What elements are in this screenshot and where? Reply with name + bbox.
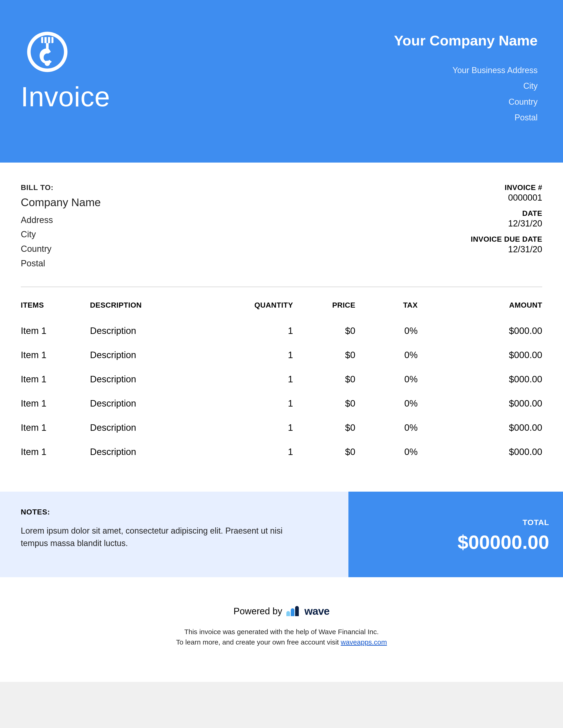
cell-price: $0 <box>293 447 355 457</box>
cell-description: Description <box>90 447 219 457</box>
table-row: Item 1Description1$00%$000.00 <box>21 416 542 440</box>
wave-logo-icon <box>287 606 300 616</box>
col-amount: AMOUNT <box>418 301 542 309</box>
cell-tax: 0% <box>355 350 418 360</box>
col-price: PRICE <box>293 301 355 309</box>
table-row: Item 1Description1$00%$000.00 <box>21 391 542 416</box>
cell-amount: $000.00 <box>418 350 542 360</box>
col-items: ITEMS <box>21 301 90 309</box>
cell-item: Item 1 <box>21 447 90 457</box>
notes-block: NOTES: Lorem ipsum dolor sit amet, conse… <box>0 492 349 577</box>
bill-to-postal: Postal <box>21 256 101 271</box>
cell-quantity: 1 <box>219 422 293 433</box>
footer-line-2-pre: To learn more, and create your own free … <box>176 638 341 646</box>
invoice-date-label: DATE <box>471 209 542 218</box>
bill-to-city: City <box>21 227 101 242</box>
cell-tax: 0% <box>355 398 418 409</box>
col-quantity: QUANTITY <box>219 301 293 309</box>
invoice-header: Invoice Your Company Name Your Business … <box>0 0 563 163</box>
bill-to-country: Country <box>21 242 101 256</box>
cell-amount: $000.00 <box>418 447 542 457</box>
wave-wordmark: wave <box>304 605 330 617</box>
bill-to-block: BILL TO: Company Name Address City Count… <box>21 183 101 271</box>
company-name: Your Company Name <box>394 32 538 49</box>
footer-text: This invoice was generated with the help… <box>0 627 563 647</box>
cell-amount: $000.00 <box>418 422 542 433</box>
cell-tax: 0% <box>355 422 418 433</box>
cell-quantity: 1 <box>219 447 293 457</box>
cell-item: Item 1 <box>21 398 90 409</box>
invoice-bottom: NOTES: Lorem ipsum dolor sit amet, conse… <box>0 492 563 577</box>
cell-description: Description <box>90 326 219 336</box>
cell-description: Description <box>90 350 219 360</box>
bill-to-label: BILL TO: <box>21 183 101 192</box>
cell-tax: 0% <box>355 326 418 336</box>
cell-item: Item 1 <box>21 326 90 336</box>
cell-price: $0 <box>293 374 355 384</box>
invoice-number: 0000001 <box>471 193 542 203</box>
svg-point-7 <box>45 61 50 66</box>
footer-link[interactable]: waveapps.com <box>341 638 387 646</box>
cell-tax: 0% <box>355 374 418 384</box>
invoice-date: 12/31/20 <box>471 219 542 229</box>
cell-description: Description <box>90 422 219 433</box>
invoice-footer: Powered by wave This invoice was generat… <box>0 577 563 682</box>
invoice-number-label: INVOICE # <box>471 183 542 192</box>
hook-icon <box>25 30 69 74</box>
cell-description: Description <box>90 374 219 384</box>
company-postal: Postal <box>394 110 538 125</box>
cell-quantity: 1 <box>219 326 293 336</box>
header-right: Your Company Name Your Business Address … <box>394 30 542 126</box>
notes-label: NOTES: <box>21 508 328 516</box>
cell-price: $0 <box>293 398 355 409</box>
document-title: Invoice <box>21 81 110 113</box>
powered-by-text: Powered by <box>233 606 282 616</box>
powered-by: Powered by wave <box>233 605 330 617</box>
cell-price: $0 <box>293 422 355 433</box>
cell-tax: 0% <box>355 447 418 457</box>
svg-rect-6 <box>46 43 48 49</box>
cell-quantity: 1 <box>219 374 293 384</box>
cell-price: $0 <box>293 326 355 336</box>
invoice-due-date: 12/31/20 <box>471 244 542 254</box>
footer-line-2: To learn more, and create your own free … <box>0 637 563 647</box>
invoice-page: Invoice Your Company Name Your Business … <box>0 0 563 682</box>
cell-item: Item 1 <box>21 374 90 384</box>
notes-text: Lorem ipsum dolor sit amet, consectetur … <box>21 525 298 550</box>
cell-item: Item 1 <box>21 350 90 360</box>
line-items-table: ITEMS DESCRIPTION QUANTITY PRICE TAX AMO… <box>0 287 563 464</box>
table-body: Item 1Description1$00%$000.00Item 1Descr… <box>21 319 542 464</box>
invoice-meta: BILL TO: Company Name Address City Count… <box>0 163 563 280</box>
total-value: $00000.00 <box>362 531 549 553</box>
bill-to-company: Company Name <box>21 196 101 209</box>
cell-amount: $000.00 <box>418 326 542 336</box>
cell-item: Item 1 <box>21 422 90 433</box>
table-row: Item 1Description1$00%$000.00 <box>21 440 542 464</box>
cell-quantity: 1 <box>219 350 293 360</box>
table-row: Item 1Description1$00%$000.00 <box>21 367 542 391</box>
cell-price: $0 <box>293 350 355 360</box>
bill-to-address: Address <box>21 213 101 227</box>
table-header: ITEMS DESCRIPTION QUANTITY PRICE TAX AMO… <box>21 299 542 319</box>
col-description: DESCRIPTION <box>90 301 219 309</box>
table-row: Item 1Description1$00%$000.00 <box>21 319 542 343</box>
cell-amount: $000.00 <box>418 398 542 409</box>
header-left: Invoice <box>21 30 110 113</box>
cell-amount: $000.00 <box>418 374 542 384</box>
col-tax: TAX <box>355 301 418 309</box>
total-block: TOTAL $00000.00 <box>349 492 563 577</box>
invoice-due-label: INVOICE DUE DATE <box>471 235 542 244</box>
cell-quantity: 1 <box>219 398 293 409</box>
footer-line-1: This invoice was generated with the help… <box>0 627 563 637</box>
invoice-numbers: INVOICE # 0000001 DATE 12/31/20 INVOICE … <box>471 183 542 271</box>
company-country: Country <box>394 94 538 110</box>
company-address: Your Business Address <box>394 62 538 78</box>
total-label: TOTAL <box>362 518 549 527</box>
company-city: City <box>394 78 538 94</box>
cell-description: Description <box>90 398 219 409</box>
table-row: Item 1Description1$00%$000.00 <box>21 343 542 367</box>
